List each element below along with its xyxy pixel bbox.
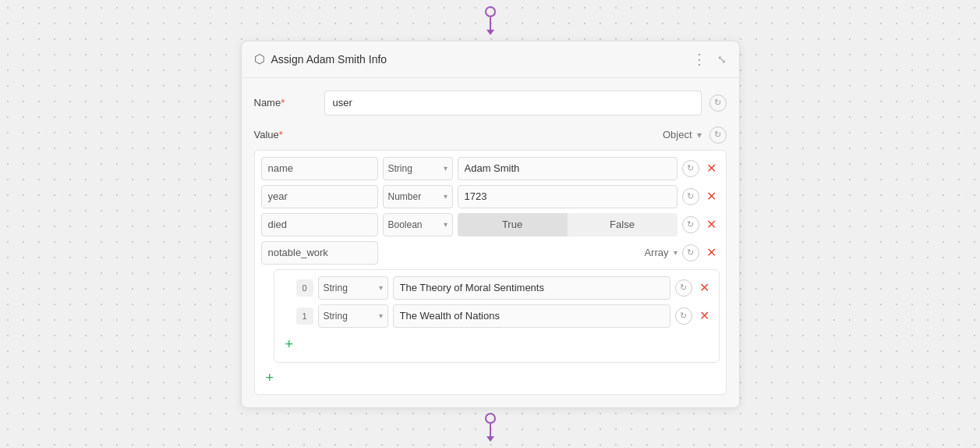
array-item-0: 0 String ▾ ↻ ✕ <box>296 276 713 300</box>
object-container: String ▾ ↻ ✕ Number ▾ ↻ ✕ <box>254 150 727 395</box>
name-row: Name* ↻ <box>254 91 727 116</box>
reload-item-0[interactable]: ↻ <box>675 279 692 297</box>
delete-item-0[interactable]: ✕ <box>697 280 713 295</box>
connector-line-bottom <box>490 424 491 436</box>
connector-arrow-bottom <box>486 436 494 442</box>
panel-icon: ⬡ <box>254 52 265 66</box>
reload-died[interactable]: ↻ <box>682 216 699 233</box>
key-input-died[interactable] <box>261 213 378 236</box>
reload-year[interactable]: ↻ <box>682 188 699 205</box>
key-input-notable-work[interactable] <box>261 241 378 265</box>
obj-row-name: String ▾ ↻ ✕ <box>261 157 720 180</box>
key-input-year[interactable] <box>261 185 378 208</box>
index-badge-0: 0 <box>296 279 313 297</box>
array-container: 0 String ▾ ↻ ✕ 1 String <box>274 269 720 363</box>
index-badge-1: 1 <box>296 308 313 325</box>
add-array-item-button[interactable]: + <box>281 336 299 353</box>
connector-top <box>485 6 496 35</box>
value-type-selector: Object ▾ <box>324 129 702 140</box>
array-item-1: 1 String ▾ ↻ ✕ <box>296 304 713 328</box>
more-button[interactable]: ⋮ <box>688 51 711 68</box>
panel-title: Assign Adam Smith Info <box>271 53 681 66</box>
reload-item-1[interactable]: ↻ <box>675 308 692 325</box>
value-input-year[interactable] <box>458 185 678 208</box>
value-header-row: Value* Object ▾ ↻ <box>254 126 727 144</box>
name-reload-icon[interactable]: ↻ <box>709 94 727 112</box>
type-dropdown-name[interactable]: String ▾ <box>383 157 453 180</box>
array-header: Array ▾ ↻ ✕ <box>261 241 720 265</box>
connector-arrow-top <box>486 30 494 35</box>
value-type-badge: Object <box>663 129 692 140</box>
obj-row-notable-work: Array ▾ ↻ ✕ 0 String ▾ <box>261 241 720 363</box>
type-dropdown-year[interactable]: Number ▾ <box>383 185 453 208</box>
value-input-item-0[interactable] <box>393 276 670 300</box>
collapse-button[interactable]: ⤡ <box>717 53 727 66</box>
connector-circle-top <box>485 6 496 17</box>
obj-row-year: Number ▾ ↻ ✕ <box>261 185 720 208</box>
add-property-button[interactable]: + <box>261 369 279 386</box>
delete-died[interactable]: ✕ <box>704 217 720 232</box>
value-type-chevron[interactable]: ▾ <box>697 130 702 140</box>
panel-header: ⬡ Assign Adam Smith Info ⋮ ⤡ <box>242 41 739 78</box>
obj-row-died: Boolean ▾ True False ↻ ✕ <box>261 213 720 236</box>
array-type-chevron[interactable]: ▾ <box>674 248 678 257</box>
array-type-right: Array ▾ <box>383 247 678 258</box>
connector-line-top <box>490 17 491 30</box>
delete-notable-work[interactable]: ✕ <box>704 245 720 260</box>
connector-bottom <box>485 413 496 442</box>
delete-year[interactable]: ✕ <box>704 189 720 204</box>
value-label: Value* <box>254 129 317 140</box>
delete-item-1[interactable]: ✕ <box>697 308 713 323</box>
type-dropdown-died[interactable]: Boolean ▾ <box>383 213 453 236</box>
name-input[interactable] <box>324 91 702 116</box>
key-input-name[interactable] <box>261 157 378 180</box>
bool-false-died[interactable]: False <box>568 213 678 236</box>
type-dropdown-item-1[interactable]: String ▾ <box>318 304 388 328</box>
connector-circle-bottom <box>485 413 496 424</box>
add-array-item-row: + <box>281 332 713 356</box>
value-input-item-1[interactable] <box>393 304 670 328</box>
reload-name[interactable]: ↻ <box>682 160 699 177</box>
array-type-label: Array <box>644 247 668 258</box>
delete-name[interactable]: ✕ <box>704 161 720 176</box>
bool-true-died[interactable]: True <box>458 213 568 236</box>
value-reload-icon[interactable]: ↻ <box>709 126 727 144</box>
type-dropdown-item-0[interactable]: String ▾ <box>318 276 388 300</box>
bool-toggle-died: True False <box>458 213 678 236</box>
assign-panel: ⬡ Assign Adam Smith Info ⋮ ⤡ Name* ↻ Val… <box>241 41 740 408</box>
reload-notable-work[interactable]: ↻ <box>682 244 699 261</box>
value-input-name[interactable] <box>458 157 678 180</box>
panel-body: Name* ↻ Value* Object ▾ ↻ String ▾ <box>242 78 739 407</box>
add-property-row: + <box>261 363 720 388</box>
name-label: Name* <box>254 97 317 108</box>
